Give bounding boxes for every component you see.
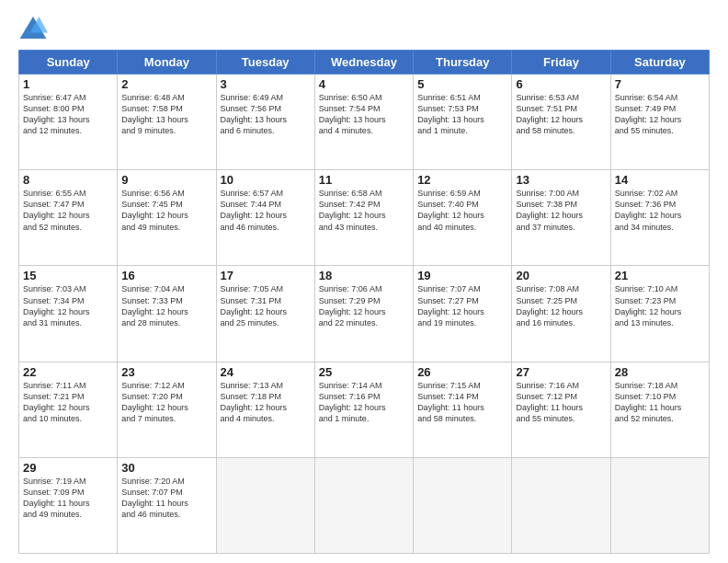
weekday-header-monday: Monday <box>118 51 216 75</box>
calendar-cell: 9Sunrise: 6:56 AM Sunset: 7:45 PM Daylig… <box>118 170 216 266</box>
calendar-cell: 13Sunrise: 7:00 AM Sunset: 7:38 PM Dayli… <box>512 170 610 266</box>
day-info: Sunrise: 6:50 AM Sunset: 7:54 PM Dayligh… <box>319 92 409 137</box>
calendar-row-2: 8Sunrise: 6:55 AM Sunset: 7:47 PM Daylig… <box>19 170 710 266</box>
logo-icon <box>18 15 48 40</box>
calendar-cell: 10Sunrise: 6:57 AM Sunset: 7:44 PM Dayli… <box>216 170 314 266</box>
weekday-header-saturday: Saturday <box>610 51 709 75</box>
day-number: 10 <box>221 173 311 187</box>
weekday-header-row: SundayMondayTuesdayWednesdayThursdayFrid… <box>19 51 710 75</box>
day-info: Sunrise: 7:11 AM Sunset: 7:21 PM Dayligh… <box>23 380 113 425</box>
day-number: 12 <box>417 173 507 187</box>
calendar-row-4: 22Sunrise: 7:11 AM Sunset: 7:21 PM Dayli… <box>19 362 710 457</box>
calendar-cell: 25Sunrise: 7:14 AM Sunset: 7:16 PM Dayli… <box>314 362 413 457</box>
weekday-header-tuesday: Tuesday <box>216 51 314 75</box>
day-info: Sunrise: 7:00 AM Sunset: 7:38 PM Dayligh… <box>516 188 606 233</box>
calendar-cell <box>216 457 314 553</box>
day-number: 24 <box>221 365 311 379</box>
day-number: 9 <box>121 173 211 187</box>
day-number: 7 <box>615 77 705 91</box>
weekday-header-thursday: Thursday <box>414 51 512 75</box>
calendar-cell: 3Sunrise: 6:49 AM Sunset: 7:56 PM Daylig… <box>216 75 314 170</box>
day-info: Sunrise: 6:55 AM Sunset: 7:47 PM Dayligh… <box>23 188 113 233</box>
calendar-cell: 5Sunrise: 6:51 AM Sunset: 7:53 PM Daylig… <box>414 75 512 170</box>
calendar-cell: 17Sunrise: 7:05 AM Sunset: 7:31 PM Dayli… <box>216 266 314 362</box>
day-number: 5 <box>417 77 507 91</box>
calendar-cell: 2Sunrise: 6:48 AM Sunset: 7:58 PM Daylig… <box>118 75 216 170</box>
calendar-cell: 8Sunrise: 6:55 AM Sunset: 7:47 PM Daylig… <box>19 170 118 266</box>
day-number: 1 <box>23 77 113 91</box>
header <box>18 15 710 40</box>
day-info: Sunrise: 6:54 AM Sunset: 7:49 PM Dayligh… <box>615 92 705 137</box>
calendar-cell: 26Sunrise: 7:15 AM Sunset: 7:14 PM Dayli… <box>414 362 512 457</box>
day-info: Sunrise: 6:48 AM Sunset: 7:58 PM Dayligh… <box>121 92 211 137</box>
calendar-cell <box>512 457 610 553</box>
calendar-cell: 19Sunrise: 7:07 AM Sunset: 7:27 PM Dayli… <box>414 266 512 362</box>
day-number: 28 <box>615 365 705 379</box>
day-info: Sunrise: 7:16 AM Sunset: 7:12 PM Dayligh… <box>516 380 606 425</box>
calendar-page: SundayMondayTuesdayWednesdayThursdayFrid… <box>0 0 728 563</box>
calendar-cell: 15Sunrise: 7:03 AM Sunset: 7:34 PM Dayli… <box>19 266 118 362</box>
calendar-cell: 23Sunrise: 7:12 AM Sunset: 7:20 PM Dayli… <box>118 362 216 457</box>
day-number: 30 <box>121 461 211 475</box>
calendar-cell <box>610 457 709 553</box>
day-info: Sunrise: 7:18 AM Sunset: 7:10 PM Dayligh… <box>615 380 705 425</box>
day-number: 8 <box>23 173 113 187</box>
logo <box>18 15 50 40</box>
day-info: Sunrise: 7:19 AM Sunset: 7:09 PM Dayligh… <box>23 476 113 521</box>
day-number: 3 <box>221 77 311 91</box>
day-info: Sunrise: 6:53 AM Sunset: 7:51 PM Dayligh… <box>516 92 606 137</box>
day-info: Sunrise: 7:20 AM Sunset: 7:07 PM Dayligh… <box>121 476 211 521</box>
day-number: 29 <box>23 461 113 475</box>
weekday-header-sunday: Sunday <box>19 51 118 75</box>
weekday-header-friday: Friday <box>512 51 610 75</box>
calendar-cell: 11Sunrise: 6:58 AM Sunset: 7:42 PM Dayli… <box>314 170 413 266</box>
day-number: 2 <box>121 77 211 91</box>
day-number: 14 <box>615 173 705 187</box>
calendar-cell: 27Sunrise: 7:16 AM Sunset: 7:12 PM Dayli… <box>512 362 610 457</box>
day-number: 21 <box>615 269 705 282</box>
day-number: 20 <box>516 269 606 282</box>
day-number: 25 <box>319 365 409 379</box>
calendar-cell: 16Sunrise: 7:04 AM Sunset: 7:33 PM Dayli… <box>118 266 216 362</box>
calendar-cell: 28Sunrise: 7:18 AM Sunset: 7:10 PM Dayli… <box>610 362 709 457</box>
day-info: Sunrise: 6:59 AM Sunset: 7:40 PM Dayligh… <box>417 188 507 233</box>
calendar-cell <box>414 457 512 553</box>
day-info: Sunrise: 6:49 AM Sunset: 7:56 PM Dayligh… <box>221 92 311 137</box>
day-number: 19 <box>417 269 507 282</box>
day-number: 15 <box>23 269 113 282</box>
calendar-cell: 12Sunrise: 6:59 AM Sunset: 7:40 PM Dayli… <box>414 170 512 266</box>
calendar-cell: 6Sunrise: 6:53 AM Sunset: 7:51 PM Daylig… <box>512 75 610 170</box>
day-number: 17 <box>221 269 311 282</box>
day-info: Sunrise: 7:15 AM Sunset: 7:14 PM Dayligh… <box>417 380 507 425</box>
calendar-cell: 4Sunrise: 6:50 AM Sunset: 7:54 PM Daylig… <box>314 75 413 170</box>
calendar-cell: 7Sunrise: 6:54 AM Sunset: 7:49 PM Daylig… <box>610 75 709 170</box>
day-number: 18 <box>319 269 409 282</box>
day-number: 23 <box>121 365 211 379</box>
calendar-cell: 30Sunrise: 7:20 AM Sunset: 7:07 PM Dayli… <box>118 457 216 553</box>
calendar-row-3: 15Sunrise: 7:03 AM Sunset: 7:34 PM Dayli… <box>19 266 710 362</box>
day-number: 11 <box>319 173 409 187</box>
day-info: Sunrise: 7:03 AM Sunset: 7:34 PM Dayligh… <box>23 283 113 328</box>
day-info: Sunrise: 7:04 AM Sunset: 7:33 PM Dayligh… <box>121 283 211 328</box>
day-number: 22 <box>23 365 113 379</box>
day-info: Sunrise: 7:02 AM Sunset: 7:36 PM Dayligh… <box>615 188 705 233</box>
calendar-cell: 21Sunrise: 7:10 AM Sunset: 7:23 PM Dayli… <box>610 266 709 362</box>
calendar-cell: 29Sunrise: 7:19 AM Sunset: 7:09 PM Dayli… <box>19 457 118 553</box>
calendar-cell: 22Sunrise: 7:11 AM Sunset: 7:21 PM Dayli… <box>19 362 118 457</box>
day-info: Sunrise: 7:12 AM Sunset: 7:20 PM Dayligh… <box>121 380 211 425</box>
day-info: Sunrise: 7:07 AM Sunset: 7:27 PM Dayligh… <box>417 283 507 328</box>
day-info: Sunrise: 7:06 AM Sunset: 7:29 PM Dayligh… <box>319 283 409 328</box>
day-number: 6 <box>516 77 606 91</box>
day-number: 4 <box>319 77 409 91</box>
calendar-cell: 14Sunrise: 7:02 AM Sunset: 7:36 PM Dayli… <box>610 170 709 266</box>
day-info: Sunrise: 6:51 AM Sunset: 7:53 PM Dayligh… <box>417 92 507 137</box>
calendar-cell: 24Sunrise: 7:13 AM Sunset: 7:18 PM Dayli… <box>216 362 314 457</box>
day-number: 13 <box>516 173 606 187</box>
day-info: Sunrise: 6:47 AM Sunset: 8:00 PM Dayligh… <box>23 92 113 137</box>
day-info: Sunrise: 6:56 AM Sunset: 7:45 PM Dayligh… <box>121 188 211 233</box>
calendar-cell <box>314 457 413 553</box>
day-info: Sunrise: 7:05 AM Sunset: 7:31 PM Dayligh… <box>221 283 311 328</box>
day-info: Sunrise: 7:13 AM Sunset: 7:18 PM Dayligh… <box>221 380 311 425</box>
day-info: Sunrise: 6:58 AM Sunset: 7:42 PM Dayligh… <box>319 188 409 233</box>
day-number: 27 <box>516 365 606 379</box>
